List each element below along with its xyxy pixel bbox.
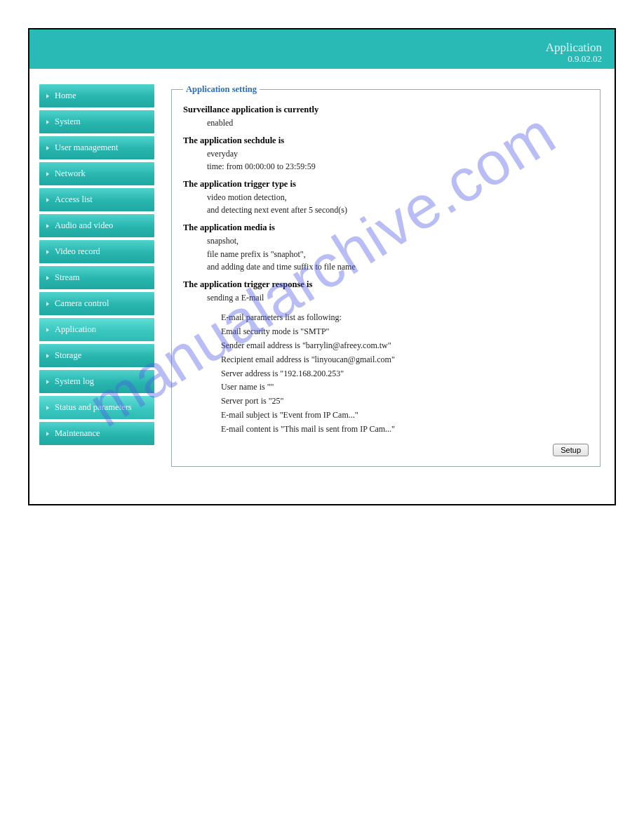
- sidebar-item-system-log[interactable]: System log: [39, 370, 154, 393]
- group-line: and detecting next event after 5 second(…: [183, 204, 589, 217]
- group-title: The application trigger type is: [183, 179, 589, 190]
- sidebar-item-label: Application: [55, 324, 96, 334]
- group-line: time: from 00:00:00 to 23:59:59: [183, 160, 589, 173]
- group-response: The application trigger response is send…: [183, 279, 589, 437]
- sidebar-item-label: Storage: [55, 350, 81, 360]
- sidebar-item-maintenance[interactable]: Maintenance: [39, 422, 154, 445]
- main-content: Application setting Surveillance applica…: [171, 84, 601, 476]
- sidebar-item-label: Stream: [55, 272, 79, 282]
- setup-button[interactable]: Setup: [553, 444, 589, 456]
- group-line: everyday: [183, 147, 589, 161]
- application-setting-panel: Application setting Surveillance applica…: [171, 84, 601, 467]
- group-line: enabled: [183, 117, 589, 130]
- app-frame: Application 0.9.02.02 Home System User m…: [28, 28, 616, 505]
- sidebar-item-label: Access list: [55, 194, 93, 204]
- sidebar-item-label: Audio and video: [55, 220, 113, 230]
- group-line: sending a E-mail: [183, 291, 589, 305]
- email-param-line: Email security mode is "SMTP": [183, 325, 589, 339]
- sidebar-item-status-parameters[interactable]: Status and parameters: [39, 396, 154, 419]
- sidebar-item-label: Home: [55, 91, 76, 100]
- sidebar-item-system[interactable]: System: [39, 110, 154, 133]
- group-line: snapshot,: [183, 234, 589, 248]
- sidebar-item-label: System: [55, 117, 81, 126]
- header-version: 0.9.02.02: [546, 54, 602, 65]
- sidebar-item-application[interactable]: Application: [39, 318, 154, 341]
- sidebar-item-network[interactable]: Network: [39, 162, 154, 185]
- group-line: video motion detection,: [183, 191, 589, 204]
- group-line: and adding date and time suffix to file …: [183, 260, 589, 274]
- group-title: The application sechdule is: [183, 135, 589, 146]
- sidebar-item-camera-control[interactable]: Camera control: [39, 292, 154, 315]
- email-param-line: E-mail parameters list as following:: [183, 311, 589, 325]
- group-media: The application media is snapshot, file …: [183, 223, 589, 274]
- sidebar-item-label: Maintenance: [55, 428, 100, 438]
- button-row: Setup: [183, 444, 589, 456]
- group-schedule: The application sechdule is everyday tim…: [183, 135, 589, 173]
- email-param-line: User name is "": [183, 380, 589, 395]
- email-param-line: Server address is "192.168.200.253": [183, 367, 589, 381]
- sidebar-item-stream[interactable]: Stream: [39, 266, 154, 289]
- email-param-line: Sender email address is "barrylin@afreey…: [183, 339, 589, 353]
- sidebar: Home System User management Network Acce…: [39, 84, 154, 476]
- sidebar-item-label: Video record: [55, 246, 100, 256]
- group-title: The application media is: [183, 223, 589, 233]
- panel-legend: Application setting: [183, 84, 260, 95]
- sidebar-item-audio-video[interactable]: Audio and video: [39, 214, 154, 237]
- sidebar-item-access-list[interactable]: Access list: [39, 188, 154, 211]
- body-area: Home System User management Network Acce…: [29, 69, 615, 504]
- group-trigger: The application trigger type is video mo…: [183, 179, 589, 217]
- sidebar-item-home[interactable]: Home: [39, 84, 154, 107]
- sidebar-item-storage[interactable]: Storage: [39, 344, 154, 367]
- group-status: Surveillance application is currently en…: [183, 105, 589, 130]
- sidebar-item-label: User management: [55, 143, 119, 152]
- sidebar-item-label: Network: [55, 168, 86, 178]
- email-param-line: Recipient email address is "linyoucan@gm…: [183, 353, 589, 367]
- email-param-line: E-mail subject is "Event from IP Cam...": [183, 409, 589, 423]
- sidebar-item-label: System log: [55, 376, 94, 386]
- sidebar-item-video-record[interactable]: Video record: [39, 240, 154, 263]
- group-title: Surveillance application is currently: [183, 105, 589, 115]
- sidebar-item-label: Status and parameters: [55, 402, 132, 412]
- sidebar-item-user-management[interactable]: User management: [39, 136, 154, 159]
- email-param-line: E-mail content is "This mail is sent fro…: [183, 423, 589, 437]
- group-line: file name prefix is "snaphot",: [183, 248, 589, 261]
- sidebar-item-label: Camera control: [55, 298, 109, 308]
- email-param-line: Server port is "25": [183, 395, 589, 409]
- header-bar: Application 0.9.02.02: [29, 29, 615, 69]
- header-title: Application: [546, 41, 602, 55]
- group-title: The application trigger response is: [183, 279, 589, 290]
- spacer: [183, 304, 589, 311]
